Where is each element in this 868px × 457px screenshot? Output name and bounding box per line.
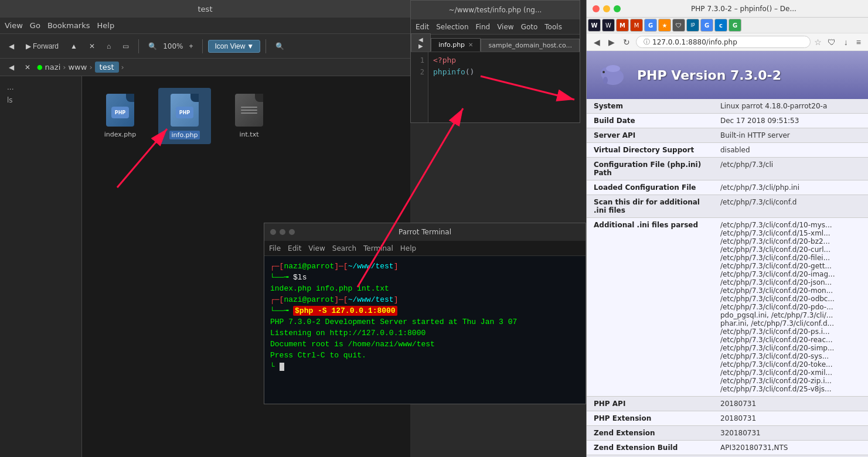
menu-view[interactable]: View — [5, 21, 23, 30]
table-cell-key: Virtual Directory Support — [587, 143, 713, 158]
browser-close-button[interactable] — [593, 5, 600, 12]
browser-shield-btn[interactable]: 🛡 — [825, 37, 838, 47]
term-menu-search[interactable]: Search — [332, 244, 356, 253]
sidebar-item-2[interactable]: ls — [0, 94, 81, 107]
editor-tab-info-php[interactable]: info.php ✕ — [431, 38, 481, 52]
term-menu-edit[interactable]: Edit — [288, 244, 301, 253]
table-cell-key: PHP API — [587, 397, 713, 411]
search-button[interactable]: 🔍 — [271, 40, 288, 53]
menu-selection[interactable]: Selection — [436, 23, 468, 31]
browser-url-bar[interactable]: ⓘ 127.0.0.1:8880/info.php — [636, 36, 811, 48]
lock-icon: ⓘ — [644, 37, 650, 46]
editor-tab-sample[interactable]: sample_domain_host.co... — [481, 39, 580, 52]
ext-btn-m2[interactable]: M — [630, 19, 643, 32]
ext-btn-c[interactable]: c — [714, 19, 727, 32]
term-menu-terminal[interactable]: Terminal — [363, 244, 393, 253]
term-menu-file[interactable]: File — [269, 244, 281, 253]
up-button[interactable]: ▲ — [66, 40, 81, 53]
menu-view-editor[interactable]: View — [497, 23, 513, 31]
ext-btn-w1[interactable]: W — [588, 19, 601, 32]
table-cell-value: /etc/php/7.3/cli — [713, 158, 868, 180]
menu-bookmarks[interactable]: Bookmarks — [47, 21, 90, 30]
table-row: PHP Extension20180731 — [587, 411, 868, 426]
back-button[interactable]: ◀ — [5, 40, 18, 53]
file-name-info-php: info.php — [169, 131, 200, 139]
terminal-maximize-button[interactable] — [289, 229, 295, 235]
table-row: SystemLinux parrot 4.18.0-parrot20-a — [587, 99, 868, 114]
menu-find[interactable]: Find — [476, 23, 491, 31]
terminal-title: Parrot Terminal — [399, 228, 451, 236]
text-editor-window: ~/www/test/info.php (ng... Edit Selectio… — [410, 0, 580, 123]
ext-btn-ip[interactable]: IP — [686, 19, 699, 32]
table-row: PHP API20180731 — [587, 397, 868, 411]
browser-url-text: 127.0.0.1:8880/info.php — [652, 38, 737, 46]
terminal-minimize-button[interactable] — [280, 229, 285, 235]
forward-button[interactable]: ▶ Forward — [22, 40, 63, 53]
ext-btn-g2[interactable]: G — [700, 19, 713, 32]
txt-file-icon — [235, 94, 263, 127]
table-row: Configuration File (php.ini) Path/etc/ph… — [587, 158, 868, 180]
bookmark-star[interactable]: ☆ — [814, 37, 822, 47]
sidebar-item-1[interactable]: ... — [0, 81, 81, 94]
table-row: Scan this dir for additional .ini files/… — [587, 195, 868, 218]
zoom-control: 🔍 100% + — [144, 40, 197, 53]
browser-forward-button[interactable]: ▶ — [606, 37, 617, 47]
file-item-info-php[interactable]: PHP info.php — [158, 88, 211, 144]
browser-titlebar: PHP 7.3.0-2 – phpinfo() – De... — [587, 0, 868, 18]
zoom-in-button[interactable]: + — [185, 40, 197, 53]
home-button[interactable]: ⌂ — [103, 40, 115, 53]
ext-btn-shield[interactable]: 🛡 — [672, 19, 685, 32]
ext-btn-g3[interactable]: G — [729, 19, 741, 32]
table-cell-value: /etc/php/7.3/cli/conf.d/10-mys... /etc/p… — [713, 218, 868, 397]
breadcrumb-close[interactable]: ✕ — [21, 61, 35, 74]
table-cell-key: Build Date — [587, 114, 713, 128]
php-elephant-logo — [598, 60, 628, 90]
stop-button[interactable]: ✕ — [85, 40, 99, 53]
term-menu-view[interactable]: View — [308, 244, 325, 253]
php-version-title: PHP Version 7.3.0-2 — [637, 68, 781, 83]
php-header: PHP Version 7.3.0-2 — [587, 51, 868, 99]
file-item-index-php[interactable]: PHP index.php — [94, 88, 147, 144]
menu-tools[interactable]: Tools — [544, 23, 562, 31]
table-cell-key: Loaded Configuration File — [587, 180, 713, 195]
browser-maximize-button[interactable] — [614, 5, 621, 12]
table-cell-value: Dec 17 2018 09:51:53 — [713, 114, 868, 128]
table-cell-value: API320180731,NTS — [713, 441, 868, 455]
terminal-line-cursor: └ — [270, 361, 580, 372]
menu-goto[interactable]: Goto — [521, 23, 538, 31]
menu-go[interactable]: Go — [30, 21, 40, 30]
zoom-out-button[interactable]: 🔍 — [144, 40, 161, 53]
ext-btn-g1[interactable]: G — [644, 19, 657, 32]
crumb-www[interactable]: www — [68, 63, 87, 71]
terminal-line-3: index.php info.php int.txt — [270, 283, 580, 294]
tab-label-sample: sample_domain_host.co... — [488, 42, 572, 49]
terminal-body[interactable]: ┌─[nazi@parrot]─[~/www/test] └──╼ $ls in… — [264, 256, 586, 404]
table-cell-value: 20180731 — [713, 411, 868, 426]
terminal-titlebar: Parrot Terminal — [264, 223, 586, 241]
browser-back-button[interactable]: ◀ — [591, 37, 603, 47]
tab-close-info[interactable]: ✕ — [468, 42, 473, 48]
terminal-close-button[interactable] — [270, 229, 276, 235]
term-menu-help[interactable]: Help — [400, 244, 416, 253]
file-item-int-txt[interactable]: int.txt — [223, 88, 275, 144]
editor-code-area[interactable]: <?php phpinfo() — [428, 52, 580, 122]
editor-body: 1 2 <?php phpinfo() — [411, 52, 580, 122]
crumb-nazi[interactable]: nazi — [45, 63, 61, 71]
editor-tab-arrows[interactable]: ◀ ▶ — [411, 33, 431, 52]
toolbar-separator — [138, 39, 139, 53]
browser-reload-button[interactable]: ↻ — [621, 37, 632, 47]
menu-edit[interactable]: Edit — [416, 23, 429, 31]
screen-button[interactable]: ▭ — [118, 40, 133, 53]
browser-menu-btn[interactable]: ≡ — [854, 37, 863, 47]
browser-download-btn[interactable]: ↓ — [842, 37, 850, 47]
breadcrumb: ◀ ✕ ● nazi › www › test › — [0, 59, 410, 76]
browser-minimize-button[interactable] — [603, 5, 610, 12]
crumb-test[interactable]: test — [95, 62, 119, 73]
menu-help[interactable]: Help — [97, 21, 115, 30]
terminal-line-2: └──╼ $ls — [270, 272, 580, 283]
view-mode-button[interactable]: Icon View ▼ — [208, 40, 260, 53]
breadcrumb-prev[interactable]: ◀ — [5, 61, 18, 74]
ext-btn-w2[interactable]: W — [602, 19, 615, 32]
ext-btn-m1[interactable]: M — [616, 19, 629, 32]
ext-btn-star[interactable]: ★ — [658, 19, 671, 32]
